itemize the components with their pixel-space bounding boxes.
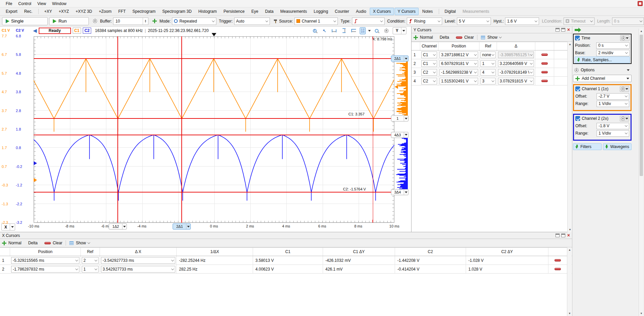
view-tab-digital[interactable]: Digital	[441, 8, 459, 15]
y-cursor-position-select[interactable]: 6.507829181 V	[439, 60, 478, 67]
y-axis-mode-select[interactable]: Y	[393, 27, 406, 34]
y-cursor-channel-select[interactable]: C1	[421, 60, 437, 67]
remove-cursor-button[interactable]	[541, 80, 548, 82]
y-cursor-channel-select[interactable]: C1	[421, 51, 437, 58]
float-window-icon[interactable]	[556, 234, 560, 237]
clear-button[interactable]: Clear	[464, 35, 474, 40]
float-window-icon[interactable]	[556, 28, 560, 32]
channel1-badge[interactable]: C1	[73, 28, 81, 34]
view-tab-export[interactable]: Export	[3, 8, 21, 15]
channel1-range-select[interactable]: 1 V/div	[597, 101, 629, 107]
menu-file[interactable]: File	[3, 1, 15, 7]
view-tab-spectrogram-3d[interactable]: Spectrogram 3D	[159, 8, 194, 15]
add-delta-button[interactable]: Delta	[440, 35, 449, 40]
view-tab--xyz[interactable]: +XYZ	[56, 8, 72, 15]
view-tab-audio[interactable]: Audio	[353, 8, 369, 15]
layout-dropdown-icon[interactable]	[368, 30, 371, 32]
close-icon[interactable]: ×	[567, 28, 570, 32]
y-cursor-position-select[interactable]: 1.515302491 V	[439, 78, 478, 84]
view-tab-logging[interactable]: Logging	[311, 8, 331, 15]
show-columns-icon[interactable]	[69, 241, 74, 245]
x-cursor-handle[interactable]: 1Δ2	[109, 223, 127, 230]
buffer-gear-icon[interactable]	[93, 19, 97, 23]
y-cursor-ref-select[interactable]: none	[480, 51, 496, 58]
filters-button[interactable]: Filters	[573, 143, 602, 150]
level-select[interactable]: 5 V	[457, 17, 491, 25]
menu-view[interactable]: View	[34, 1, 49, 7]
scroll-down-icon[interactable]: ▼	[568, 228, 572, 231]
channel2-badge[interactable]: C2	[83, 28, 91, 34]
view-tab--xyz-3d[interactable]: +XYZ 3D	[73, 8, 95, 15]
view-tab--xy[interactable]: +XY	[41, 8, 55, 15]
scroll-thumb[interactable]	[640, 35, 643, 176]
c2-zero-marker[interactable]	[34, 161, 37, 165]
add-normal-button[interactable]: Normal	[8, 241, 22, 245]
x-cursors-titlebar[interactable]: X Cursors ×	[0, 232, 572, 239]
x-cursors-scrollbar[interactable]: ▲ ▼	[567, 247, 572, 316]
view-tab-spectrogram[interactable]: Spectrogram	[129, 8, 158, 15]
time-position-select[interactable]: 0 s	[596, 42, 630, 49]
run-button[interactable]: Run	[49, 17, 89, 25]
remove-cursor-button[interactable]	[554, 268, 561, 270]
x-cursor-position-select[interactable]: -1.786287832 ms	[11, 266, 79, 273]
view-tab-histogram[interactable]: Histogram	[195, 8, 220, 15]
base-ruler-icon[interactable]	[350, 27, 357, 34]
channel1-gear-button[interactable]	[620, 86, 629, 92]
channel2-checkbox[interactable]	[575, 116, 580, 121]
x-cursor-position-select[interactable]: -5.329215565 ms	[11, 257, 79, 264]
horizontal-ruler-icon[interactable]	[330, 27, 338, 34]
y-cursor-channel-select[interactable]: C2	[421, 69, 437, 76]
channel1-offset-select[interactable]: -2.7 V	[597, 93, 629, 100]
zoom-icon[interactable]	[373, 27, 381, 34]
view-tab-x-cursors[interactable]: X Cursors	[370, 8, 394, 15]
view-tab-measurements[interactable]: Measurements	[277, 8, 310, 15]
channel2-offset-select[interactable]: -1.8 V	[597, 123, 629, 129]
show-button[interactable]: Show	[487, 35, 497, 40]
menu-control[interactable]: Control	[15, 1, 34, 7]
clear-icon[interactable]	[456, 36, 462, 39]
add-cursor-icon[interactable]	[2, 241, 6, 245]
y-cursor-line[interactable]	[34, 135, 394, 135]
view-tab-rec-[interactable]: Rec.	[21, 8, 36, 15]
x-cursor-delta-select[interactable]: 3.542927733 ms	[101, 266, 175, 273]
y-cursor-position-select[interactable]: 3.287188612 V	[439, 51, 478, 58]
remove-cursor-button[interactable]	[541, 54, 548, 56]
channel1-checkbox[interactable]	[575, 86, 580, 91]
time-base-select[interactable]: 2 ms/div	[596, 50, 630, 56]
source-select[interactable]: Channel 1	[294, 17, 338, 25]
view-tab-counter[interactable]: Counter	[332, 8, 352, 15]
y-cursor-line[interactable]	[34, 192, 394, 192]
remove-cursor-button[interactable]	[554, 259, 561, 261]
mode-select[interactable]: Repeated	[172, 17, 216, 25]
x-cursor-handle[interactable]: 2Δ1	[173, 223, 191, 230]
x-cursor-ref-select[interactable]: 1	[82, 266, 99, 273]
add-normal-button[interactable]: Normal	[420, 35, 433, 40]
vertical-ruler-icon[interactable]	[340, 27, 348, 34]
clear-button[interactable]: Clear	[53, 241, 63, 245]
scroll-up-icon[interactable]: ▲	[568, 248, 572, 251]
maximize-window-icon[interactable]	[561, 28, 565, 32]
time-checkbox[interactable]	[575, 36, 580, 40]
menu-window[interactable]: Window	[49, 1, 70, 7]
add-cursor-icon[interactable]	[414, 35, 418, 40]
scroll-down-icon[interactable]: ▼	[568, 312, 572, 315]
channel2-range-select[interactable]: 1 V/div	[597, 130, 629, 137]
view-tab-notes[interactable]: Notes	[419, 8, 436, 15]
y-cursor-channel-select[interactable]: C2	[421, 78, 437, 84]
y-cursor-line[interactable]	[34, 118, 394, 119]
show-button[interactable]: Show	[76, 241, 86, 245]
remove-cursor-button[interactable]	[541, 62, 548, 65]
x-axis-mode-select[interactable]: X	[1, 223, 15, 231]
view-tab-eye[interactable]: Eye	[248, 8, 261, 15]
add-channel-button[interactable]: Add Channel	[573, 75, 632, 82]
trigger-position-marker[interactable]	[212, 33, 216, 36]
view-tab--zoom[interactable]: +Zoom	[96, 8, 115, 15]
add-delta-button[interactable]: Delta	[28, 241, 38, 245]
show-columns-icon[interactable]	[481, 36, 485, 39]
y-cursor-delta-select[interactable]: 3.078291815 V	[498, 78, 534, 84]
trigger-level-marker[interactable]	[395, 85, 398, 89]
y-cursor-line[interactable]	[34, 58, 394, 59]
pointer-icon[interactable]: ↖	[321, 27, 328, 34]
add-mode-icon[interactable]	[152, 19, 157, 23]
type-select[interactable]	[352, 17, 385, 25]
